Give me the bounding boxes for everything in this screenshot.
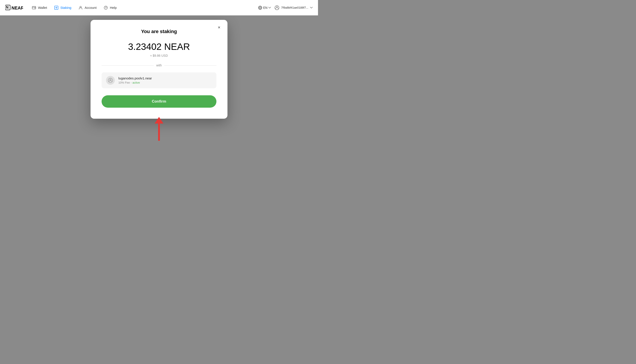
language-selector[interactable]: EN (258, 6, 271, 10)
validator-icon (106, 76, 115, 85)
translate-icon (258, 6, 262, 10)
help-icon: ? (104, 6, 108, 10)
nav-staking-label: Staking (60, 6, 71, 10)
with-divider: with (102, 64, 216, 67)
divider-left (102, 65, 154, 66)
with-label: with (156, 64, 162, 67)
fee-text: 10% Fee (118, 81, 130, 84)
account-icon (78, 6, 83, 10)
modal-title: You are staking (102, 29, 216, 34)
nav-menu: Wallet Staking Account (32, 6, 258, 10)
nav-account-label: Account (85, 6, 97, 10)
validator-card: luganodes.poolv1.near 10% Fee - active (102, 72, 216, 88)
arrow-shaft (158, 123, 160, 141)
validator-name: luganodes.poolv1.near (118, 76, 152, 80)
confirm-button[interactable]: Confirm (102, 95, 216, 108)
account-selector[interactable]: 7f9a8bf41ae0188f7... (274, 5, 313, 10)
svg-text:N: N (6, 6, 9, 9)
language-label: EN (263, 6, 267, 10)
main-content: × You are staking 3.23402 NEAR ≈ $9.86 U… (0, 16, 318, 182)
nav-item-account[interactable]: Account (78, 6, 97, 10)
staking-amount: 3.23402 NEAR (102, 42, 216, 52)
nav-item-help[interactable]: ? Help (104, 6, 117, 10)
svg-rect-4 (35, 8, 35, 8)
fee-separator: - (131, 81, 133, 84)
svg-text:NEAR: NEAR (12, 6, 23, 10)
nav-help-label: Help (110, 6, 117, 10)
user-circle-icon (274, 5, 279, 10)
arrow-indicator (155, 117, 163, 141)
validator-info: luganodes.poolv1.near 10% Fee - active (118, 76, 152, 84)
svg-point-11 (276, 6, 277, 8)
staking-usd-value: ≈ $9.86 USD (102, 54, 216, 57)
chevron-down-icon (268, 7, 271, 8)
validator-status: active (133, 81, 140, 84)
navbar: NEAR N Wallet Staking (0, 0, 318, 16)
arrow-head (155, 117, 163, 124)
staking-icon (54, 6, 59, 10)
divider-right (164, 65, 216, 66)
validator-fee: 10% Fee - active (118, 81, 152, 84)
account-chevron-icon (310, 7, 313, 8)
account-id-label: 7f9a8bf41ae0188f7... (281, 6, 308, 9)
modal-close-button[interactable]: × (216, 24, 222, 30)
svg-rect-3 (32, 6, 36, 9)
modal-overlay: × You are staking 3.23402 NEAR ≈ $9.86 U… (0, 16, 318, 182)
logo[interactable]: NEAR N (5, 4, 23, 11)
svg-point-13 (110, 79, 111, 80)
nav-item-wallet[interactable]: Wallet (32, 6, 47, 10)
nav-item-staking[interactable]: Staking (54, 6, 71, 10)
navbar-right: EN 7f9a8bf41ae0188f7... (258, 5, 313, 10)
nav-wallet-label: Wallet (38, 6, 47, 10)
wallet-icon (32, 6, 36, 10)
svg-text:?: ? (105, 6, 107, 9)
staking-confirm-modal: × You are staking 3.23402 NEAR ≈ $9.86 U… (91, 20, 227, 119)
